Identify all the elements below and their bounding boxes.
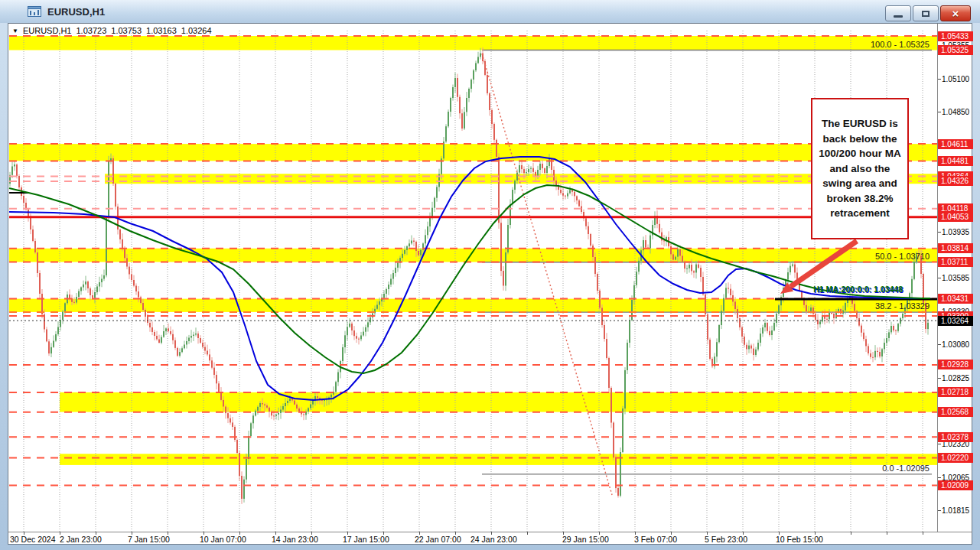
time-label: 5 Feb 23:00 — [705, 535, 747, 544]
time-axis-tick — [527, 532, 528, 535]
ma-line-ma-200-hour — [9, 185, 930, 373]
price-level-badge: 1.02928 — [938, 360, 973, 369]
chart-canvas[interactable] — [0, 0, 980, 550]
price-level-badge: 1.02718 — [938, 387, 973, 397]
time-axis-tick — [851, 532, 851, 535]
price-label: 1.05100 — [942, 75, 969, 84]
time-label: 17 Jan 15:00 — [343, 535, 389, 544]
price-level-badge: 1.03431 — [938, 294, 973, 304]
price-level-badge: 1.02009 — [938, 480, 973, 490]
price-label: 1.03080 — [942, 340, 969, 350]
price-level-badge: 1.05433 — [938, 31, 973, 41]
price-level-badge: 1.02568 — [938, 407, 973, 417]
price-level-badge: 1.04326 — [938, 176, 973, 186]
mt4-chart-window: EURUSD,H1 × ▼ EURUSD,H1 1.03723 1.03753 … — [0, 0, 980, 550]
ohlc-info-bar: ▼ EURUSD,H1 1.03723 1.03753 1.03163 1.03… — [12, 25, 217, 36]
annotation-box[interactable]: The EURUSD is back below the 100/200 hou… — [811, 98, 909, 239]
ma-value-label: H1 MA:200:0:0: 1.03448 — [813, 285, 903, 294]
current-price-badge: 1.03264 — [938, 316, 973, 326]
price-level-badge: 1.04053 — [938, 212, 973, 222]
time-axis-tick — [923, 532, 923, 535]
price-level-badge: 1.04481 — [938, 156, 973, 166]
time-label: 10 Feb 15:00 — [776, 535, 823, 544]
time-axis-tick — [887, 532, 887, 535]
time-label: 29 Jan 15:00 — [562, 535, 609, 544]
time-label: 3 Feb 07:00 — [634, 535, 677, 544]
fib-level-label: 38.2 - 1.03329 — [875, 301, 930, 311]
candles — [9, 47, 929, 504]
low-value: 1.03163 — [146, 26, 177, 35]
price-label: 1.03935 — [942, 228, 969, 237]
open-value: 1.03723 — [77, 26, 107, 35]
price-level-badge: 1.02220 — [938, 453, 973, 463]
fib-level-label: 100.0 - 1.05325 — [871, 40, 930, 49]
price-level-badge: 1.04611 — [938, 139, 973, 149]
time-label: 7 Jan 15:00 — [128, 535, 170, 544]
symbol-label: EURUSD,H1 — [23, 26, 72, 35]
fib-level-label: 0.0 -1.02095 — [882, 464, 930, 473]
high-value: 1.03753 — [111, 26, 142, 35]
close-value: 1.03264 — [181, 26, 212, 35]
time-label: 30 Dec 2024 — [10, 535, 56, 544]
time-label: 2 Jan 23:00 — [60, 535, 102, 544]
time-label: 22 Jan 07:00 — [415, 535, 461, 544]
time-label: 10 Jan 07:00 — [200, 535, 246, 544]
price-level-badge: 1.03711 — [938, 257, 973, 267]
price-label: 1.03585 — [942, 274, 969, 283]
time-label: 24 Jan 23:00 — [470, 535, 517, 544]
price-label: 1.01815 — [942, 506, 969, 516]
price-level-badge: 1.03814 — [938, 243, 973, 253]
annotation-text: The EURUSD is back below the 100/200 hou… — [815, 116, 905, 221]
expand-data-icon[interactable]: ▼ — [12, 28, 18, 34]
price-level-badge: 1.05325 — [938, 45, 973, 55]
price-level-badge: 1.02378 — [938, 432, 973, 442]
time-label: 14 Jan 23:00 — [272, 535, 318, 544]
price-label: 1.02825 — [942, 374, 969, 383]
price-label: 1.04850 — [942, 108, 969, 117]
fib-level-label: 50.0 - 1.03710 — [875, 252, 930, 261]
ma-line-ma-100-hour — [9, 157, 930, 400]
